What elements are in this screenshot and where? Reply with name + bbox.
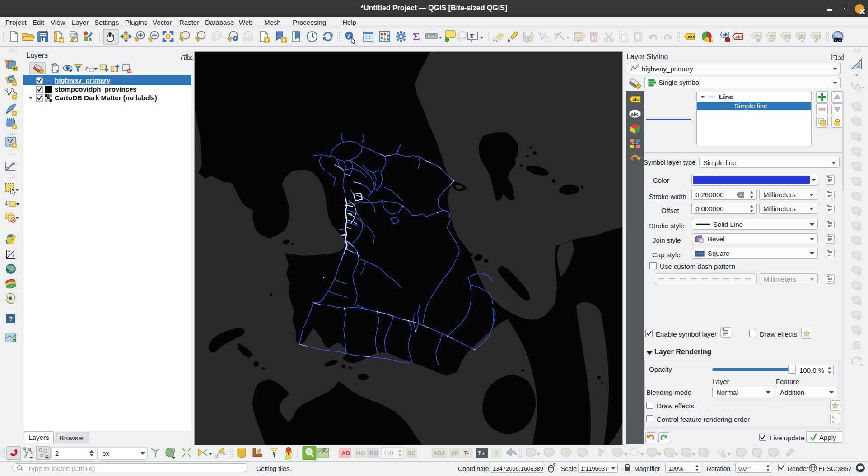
- svg-text:2: 2: [55, 449, 59, 457]
- svg-text:Z↑: Z↑: [832, 420, 836, 424]
- svg-text:ADJ: ADJ: [433, 450, 445, 457]
- svg-text:i: i: [348, 32, 350, 39]
- svg-text:CartoDB Dark Matter (no labels: CartoDB Dark Matter (no labels): [55, 94, 157, 102]
- svg-text:d: d: [758, 454, 761, 459]
- svg-text:Σ: Σ: [413, 31, 420, 42]
- svg-text:a: a: [89, 37, 92, 42]
- svg-text:px: px: [102, 449, 109, 457]
- svg-text:1:1: 1:1: [215, 34, 220, 38]
- svg-text:T-: T-: [464, 450, 469, 457]
- svg-text:ab: ab: [723, 32, 728, 37]
- svg-text:2P: 2P: [451, 450, 458, 457]
- svg-text:highway_primary: highway_primary: [55, 76, 111, 84]
- svg-text:Simple line: Simple line: [734, 102, 767, 110]
- svg-text:abc: abc: [633, 97, 640, 102]
- svg-text:T: T: [470, 32, 474, 39]
- svg-text:A↓: A↓: [832, 416, 836, 420]
- svg-text:abc: abc: [631, 111, 639, 116]
- svg-text:T+: T+: [478, 450, 485, 457]
- svg-text:stompcovidph_provinces: stompcovidph_provinces: [55, 85, 137, 93]
- svg-text:RO: RO: [369, 450, 378, 457]
- svg-text:SC: SC: [407, 450, 416, 457]
- svg-text:0.0: 0.0: [384, 449, 393, 457]
- svg-text:abc: abc: [736, 35, 743, 39]
- svg-text:ε: ε: [5, 198, 9, 207]
- svg-text:ε: ε: [85, 65, 88, 72]
- svg-text:MO: MO: [356, 450, 365, 457]
- svg-text:!!: !!: [494, 450, 498, 457]
- svg-text:Line: Line: [719, 93, 733, 101]
- svg-text:AD: AD: [341, 450, 350, 457]
- svg-text:?: ?: [9, 315, 13, 322]
